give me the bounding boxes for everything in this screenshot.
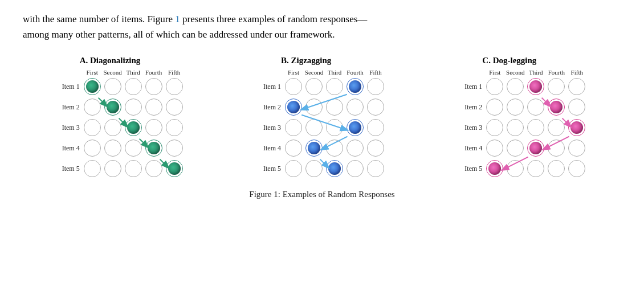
circle-r0-c0 bbox=[84, 78, 101, 95]
row-label: Item 1 bbox=[459, 83, 484, 91]
circle-r4-c2 bbox=[326, 160, 343, 177]
circle-r2-c4 bbox=[367, 119, 384, 136]
col-headers: FirstSecondThirdFourthFifth bbox=[484, 69, 587, 76]
circle-r2-c2 bbox=[527, 119, 544, 136]
panel-title-a: A. Diagonalizing bbox=[57, 56, 141, 65]
blob-blue bbox=[328, 162, 341, 175]
col-header-2: Third bbox=[123, 69, 144, 76]
row-label: Item 4 bbox=[258, 144, 283, 153]
col-header-3: Fourth bbox=[345, 69, 365, 76]
circle-r1-c1 bbox=[507, 99, 524, 116]
circle-r0-c1 bbox=[507, 78, 524, 95]
blob-green bbox=[107, 101, 119, 113]
circle-r0-c3 bbox=[145, 78, 162, 95]
circle-r2-c4 bbox=[568, 119, 585, 136]
panel-content-a: FirstSecondThirdFourthFifthItem 1Item 2I… bbox=[57, 69, 185, 179]
circle-r3-c2 bbox=[527, 140, 544, 157]
grid-row: Item 2 bbox=[459, 97, 587, 117]
circle-r0-c2 bbox=[326, 78, 343, 95]
blob-pink bbox=[570, 121, 583, 134]
intro-text-after: presents three examples of random respon… bbox=[180, 14, 368, 24]
blob-blue bbox=[349, 121, 361, 134]
row-label: Item 4 bbox=[459, 144, 484, 153]
circle-r2-c0 bbox=[285, 119, 302, 136]
circle-r2-c0 bbox=[486, 119, 503, 136]
row-label: Item 5 bbox=[258, 165, 283, 173]
circle-r1-c4 bbox=[166, 99, 183, 116]
fig-link[interactable]: 1 bbox=[175, 14, 180, 24]
grid-row: Item 1 bbox=[258, 77, 386, 96]
circle-r3-c3 bbox=[347, 140, 364, 157]
circle-r4-c2 bbox=[125, 160, 142, 177]
row-label: Item 3 bbox=[258, 124, 283, 132]
circle-r3-c0 bbox=[84, 140, 101, 157]
panel-title-b: B. Zigzagging bbox=[258, 56, 331, 65]
row-label: Item 1 bbox=[57, 83, 82, 91]
panel-c: C. Dog-leggingFirstSecondThirdFourthFift… bbox=[459, 56, 587, 179]
row-label: Item 2 bbox=[459, 103, 484, 112]
grid-row: Item 4 bbox=[57, 138, 185, 158]
circle-r3-c3 bbox=[145, 140, 162, 157]
circle-r3-c4 bbox=[367, 140, 384, 157]
circle-r1-c3 bbox=[548, 99, 565, 116]
circle-r0-c1 bbox=[305, 78, 323, 95]
grid-row: Item 1 bbox=[459, 77, 587, 96]
circle-r4-c0 bbox=[486, 160, 503, 177]
circle-r1-c4 bbox=[568, 99, 585, 116]
panel-title-c: C. Dog-legging bbox=[459, 56, 536, 65]
blob-pink bbox=[529, 80, 542, 93]
grid-row: Item 1 bbox=[57, 77, 185, 96]
col-headers: FirstSecondThirdFourthFifth bbox=[82, 69, 185, 76]
col-headers: FirstSecondThirdFourthFifth bbox=[283, 69, 386, 76]
blob-blue bbox=[287, 101, 300, 113]
circle-r2-c3 bbox=[548, 119, 565, 136]
circle-r0-c3 bbox=[347, 78, 364, 95]
row-label: Item 5 bbox=[57, 165, 82, 173]
circle-r4-c1 bbox=[507, 160, 524, 177]
circle-r4-c4 bbox=[367, 160, 384, 177]
circle-r0-c4 bbox=[568, 78, 585, 95]
intro-text-line2: among many other patterns, all of which … bbox=[23, 29, 335, 40]
grid-row: Item 4 bbox=[459, 138, 587, 158]
blob-green bbox=[127, 121, 140, 134]
col-header-0: First bbox=[82, 69, 103, 76]
panel-b: B. ZigzaggingFirstSecondThirdFourthFifth… bbox=[258, 56, 386, 179]
circle-r1-c2 bbox=[527, 99, 544, 116]
circle-r1-c1 bbox=[104, 99, 121, 116]
figure-caption: Figure 1: Examples of Random Responses bbox=[23, 190, 621, 199]
circle-r2-c2 bbox=[125, 119, 142, 136]
col-header-2: Third bbox=[525, 69, 546, 76]
grid-row: Item 5 bbox=[258, 159, 386, 178]
grid-row: Item 3 bbox=[459, 118, 587, 137]
circle-r4-c1 bbox=[305, 160, 323, 177]
circle-r3-c2 bbox=[125, 140, 142, 157]
circle-r3-c4 bbox=[568, 140, 585, 157]
intro-text-before: with the same number of items. Figure bbox=[23, 14, 175, 24]
circle-r3-c1 bbox=[507, 140, 524, 157]
col-header-4: Fifth bbox=[365, 69, 386, 76]
blob-green bbox=[148, 142, 160, 154]
col-header-1: Second bbox=[304, 69, 324, 76]
grid-row: Item 3 bbox=[57, 118, 185, 137]
circle-r4-c0 bbox=[285, 160, 302, 177]
circle-r0-c4 bbox=[166, 78, 183, 95]
circle-r0-c4 bbox=[367, 78, 384, 95]
panel-a: A. DiagonalizingFirstSecondThirdFourthFi… bbox=[57, 56, 185, 179]
circle-r1-c0 bbox=[84, 99, 101, 116]
circle-r1-c1 bbox=[305, 99, 323, 116]
blob-blue bbox=[349, 80, 361, 93]
row-label: Item 3 bbox=[57, 124, 82, 132]
col-header-0: First bbox=[283, 69, 304, 76]
circle-r4-c4 bbox=[166, 160, 183, 177]
circle-r2-c1 bbox=[305, 119, 323, 136]
circle-r0-c0 bbox=[486, 78, 503, 95]
grid-row: Item 4 bbox=[258, 138, 386, 158]
col-header-3: Fourth bbox=[144, 69, 164, 76]
blob-pink bbox=[529, 142, 542, 154]
row-label: Item 2 bbox=[57, 103, 82, 112]
circle-r4-c0 bbox=[84, 160, 101, 177]
circle-r0-c0 bbox=[285, 78, 302, 95]
col-header-1: Second bbox=[103, 69, 123, 76]
grid-row: Item 2 bbox=[258, 97, 386, 117]
grid-row: Item 3 bbox=[258, 118, 386, 137]
